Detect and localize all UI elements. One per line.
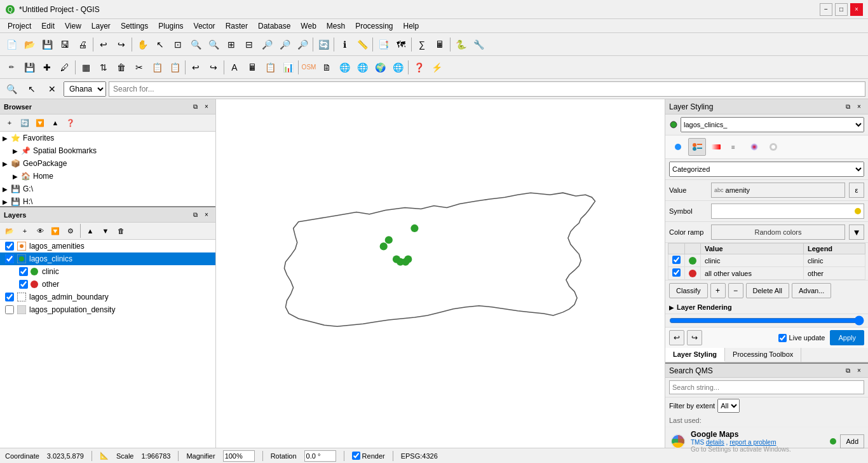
heatmap-button[interactable] xyxy=(745,138,763,156)
cut-features-button[interactable]: ✂ xyxy=(130,59,148,76)
menu-mesh[interactable]: Mesh xyxy=(322,20,350,32)
wms-button[interactable]: 🌐 xyxy=(336,59,353,76)
pan-map-button[interactable]: 🔎 xyxy=(294,36,311,53)
clinic-cat-check[interactable] xyxy=(672,256,681,264)
open-project-button[interactable]: 📂 xyxy=(20,36,38,53)
show-layers-button[interactable]: 👁 xyxy=(33,224,47,238)
move-down-button[interactable]: ▼ xyxy=(98,224,112,238)
style-redo-button[interactable]: ↪ xyxy=(687,330,702,345)
help-button[interactable]: ❓ xyxy=(410,59,428,76)
tips-button[interactable]: ⚡ xyxy=(428,59,445,76)
bookmarks-button[interactable]: 📑 xyxy=(374,36,392,53)
style-undo-button[interactable]: ↩ xyxy=(669,330,684,345)
save-as-button[interactable]: 🖫 xyxy=(56,36,74,53)
browser-collapse-button[interactable]: ▲ xyxy=(48,116,62,130)
admin-checkbox[interactable] xyxy=(5,293,14,301)
rule-based-button[interactable]: ≡ xyxy=(726,138,744,156)
maximize-button[interactable]: □ xyxy=(835,3,848,16)
menu-plugins[interactable]: Plugins xyxy=(153,20,188,32)
render-checkbox[interactable] xyxy=(352,452,360,460)
population-checkbox[interactable] xyxy=(5,305,14,314)
add-feature-button[interactable]: ✚ xyxy=(38,59,56,76)
remove-location-button[interactable]: ✕ xyxy=(43,80,61,98)
browser-favorites[interactable]: ▶ ⭐ Favorites xyxy=(0,132,215,144)
layer-select-dropdown[interactable]: lagos_clinics_ xyxy=(681,117,864,132)
pan-button[interactable]: ✋ xyxy=(133,36,151,53)
value-expression-button[interactable]: ε xyxy=(849,183,864,198)
styling-close-button[interactable]: × xyxy=(854,102,864,112)
menu-layer[interactable]: Layer xyxy=(86,20,116,32)
field-calc-button[interactable]: 🖩 xyxy=(243,59,261,76)
menu-help[interactable]: Help xyxy=(398,20,424,32)
categorized-button[interactable] xyxy=(688,138,706,156)
menu-raster[interactable]: Raster xyxy=(220,20,253,32)
measure-button[interactable]: 📏 xyxy=(353,36,371,53)
browser-geopackage[interactable]: ▶ 📦 GeoPackage xyxy=(0,157,215,170)
category-row-other[interactable]: all other values other xyxy=(668,267,865,280)
layers-close-button[interactable]: × xyxy=(201,210,212,220)
cesium-button[interactable]: 🌐 xyxy=(389,59,407,76)
layer-amenities-checkbox[interactable] xyxy=(5,242,14,251)
filter-layers-button[interactable]: 🔽 xyxy=(48,224,62,238)
renderer-dropdown[interactable]: Categorized xyxy=(669,162,864,177)
identify-button[interactable]: ℹ xyxy=(336,36,353,53)
qms-search-input[interactable] xyxy=(669,380,864,394)
delete-all-button[interactable]: Delete All xyxy=(746,283,789,298)
inverted-button[interactable] xyxy=(764,138,782,156)
add-category-button[interactable]: + xyxy=(710,283,726,298)
attr-table-button[interactable]: 📋 xyxy=(261,59,279,76)
menu-settings[interactable]: Settings xyxy=(116,20,153,32)
styling-float-button[interactable]: ⧉ xyxy=(843,102,853,112)
zoom-out-button[interactable]: 🔍 xyxy=(205,36,222,53)
copy-features-button[interactable]: 📋 xyxy=(148,59,166,76)
qms-close-button[interactable]: × xyxy=(854,366,864,376)
stats2-button[interactable]: 📊 xyxy=(279,59,297,76)
move-feature-button[interactable]: ⇅ xyxy=(95,59,112,76)
select-button[interactable]: ↖ xyxy=(151,36,169,53)
delete-selected-button[interactable]: 🗑 xyxy=(112,59,130,76)
redo-edit-button[interactable]: ↪ xyxy=(205,59,222,76)
menu-database[interactable]: Database xyxy=(253,20,295,32)
tab-processing-toolbox[interactable]: Processing Toolbox xyxy=(725,348,801,362)
zoom-in-button[interactable]: 🔍 xyxy=(187,36,205,53)
undo-button[interactable]: ↩ xyxy=(95,36,112,53)
country-select[interactable]: Ghana xyxy=(64,81,106,97)
wfs-button[interactable]: 🌐 xyxy=(353,59,371,76)
browser-home[interactable]: ▶ 🏠 Home xyxy=(0,170,215,183)
globe-button[interactable]: 🌍 xyxy=(371,59,389,76)
menu-vector[interactable]: Vector xyxy=(189,20,220,32)
layer-clinic-category[interactable]: clinic xyxy=(0,265,215,278)
apply-button[interactable]: Apply xyxy=(830,330,864,345)
menu-processing[interactable]: Processing xyxy=(350,20,398,32)
zoom-native-button[interactable]: 🔎 xyxy=(276,36,294,53)
geocode-button[interactable]: 🔍 xyxy=(3,80,20,98)
menu-project[interactable]: Project xyxy=(3,20,36,32)
advanced-button[interactable]: Advan... xyxy=(792,283,831,298)
classify-button[interactable]: Classify xyxy=(669,283,708,298)
other-category-checkbox[interactable] xyxy=(19,280,28,289)
other-cat-check[interactable] xyxy=(672,268,681,277)
paste-features-button[interactable]: 📋 xyxy=(166,59,184,76)
label-button[interactable]: A xyxy=(226,59,243,76)
move-up-button[interactable]: ▲ xyxy=(83,224,97,238)
clinic-category-checkbox[interactable] xyxy=(19,267,28,276)
save-project-button[interactable]: 💾 xyxy=(38,36,56,53)
qms-float-button[interactable]: ⧉ xyxy=(843,366,853,376)
qms-report-link[interactable]: report a problem xyxy=(729,439,776,446)
plugins-button[interactable]: 🔧 xyxy=(470,36,487,53)
osm-button[interactable]: OSM xyxy=(300,59,318,76)
browser-gdrive[interactable]: ▶ 💾 G:\ xyxy=(0,183,215,195)
browser-float-button[interactable]: ⧉ xyxy=(190,102,200,112)
menu-edit[interactable]: Edit xyxy=(36,20,60,32)
deselect-button[interactable]: ⊡ xyxy=(169,36,187,53)
browser-refresh-button[interactable]: 🔄 xyxy=(18,116,32,130)
tile-button[interactable]: 🗎 xyxy=(318,59,336,76)
opacity-range-input[interactable] xyxy=(669,315,864,326)
layer-population-density[interactable]: lagos_population_density xyxy=(0,303,215,316)
save-edits-button[interactable]: 💾 xyxy=(20,59,38,76)
minimize-button[interactable]: − xyxy=(820,3,832,16)
single-symbol-button[interactable] xyxy=(669,138,687,156)
stats-button[interactable]: ∑ xyxy=(413,36,431,53)
layer-lagos-clinics[interactable]: lagos_clinics xyxy=(0,252,215,265)
category-row-clinic[interactable]: clinic clinic xyxy=(668,254,865,267)
